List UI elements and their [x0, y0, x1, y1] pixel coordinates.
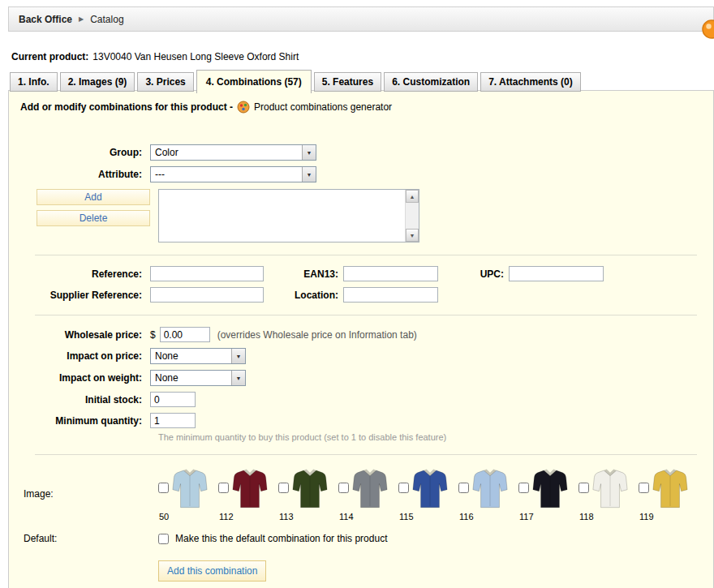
image-option: 50 — [158, 466, 218, 521]
combinations-generator-link[interactable]: Product combinations generator — [254, 101, 392, 113]
default-combination-label: Make this the default combination for th… — [175, 533, 387, 544]
group-select-value: Color — [151, 145, 302, 160]
group-label: Group: — [20, 147, 150, 158]
image-id: 112 — [219, 512, 278, 521]
shirt-thumbnail — [652, 466, 689, 509]
combinations-generator-icon[interactable] — [237, 101, 250, 114]
image-id: 116 — [459, 512, 518, 521]
attributes-listbox[interactable]: ▲ ▼ — [158, 189, 419, 242]
image-option: 116 — [458, 466, 518, 521]
image-checkbox[interactable] — [579, 483, 589, 493]
image-option: 114 — [338, 466, 398, 521]
shirt-thumbnail — [471, 466, 509, 509]
wholesale-price-label: Wholesale price: — [20, 329, 150, 341]
supplier-reference-input[interactable] — [150, 287, 264, 303]
add-combination-button[interactable]: Add this combination — [158, 560, 266, 582]
ean13-input[interactable] — [343, 266, 438, 281]
reference-label: Reference: — [20, 268, 150, 280]
current-product-label: Current product: — [11, 51, 88, 62]
tab-customization[interactable]: 6. Customization — [384, 72, 478, 92]
breadcrumb: Back Office ▶ Catalog — [8, 6, 714, 32]
image-id: 119 — [639, 512, 699, 521]
dropdown-arrow-icon: ▼ — [231, 349, 245, 363]
listbox-scrollbar[interactable]: ▲ ▼ — [405, 190, 419, 242]
upc-label: UPC: — [438, 268, 509, 280]
impact-on-price-label: Impact on price: — [20, 350, 150, 362]
reference-input[interactable] — [150, 266, 264, 281]
tab-info[interactable]: 1. Info. — [10, 72, 58, 92]
delete-button[interactable]: Delete — [37, 210, 150, 226]
initial-stock-label: Initial stock: — [20, 394, 150, 406]
image-checkbox[interactable] — [518, 483, 529, 493]
attribute-select-value: --- — [151, 167, 302, 182]
image-option: 117 — [518, 466, 579, 521]
tab-bar: 1. Info. 2. Images (9) 3. Prices 4. Comb… — [10, 70, 583, 92]
impact-on-weight-label: Impact on weight: — [20, 372, 150, 384]
tab-prices[interactable]: 3. Prices — [137, 72, 193, 92]
image-option: 115 — [398, 466, 458, 521]
image-checkbox[interactable] — [158, 483, 169, 493]
upc-input[interactable] — [509, 266, 604, 281]
image-id: 118 — [579, 512, 639, 521]
dropdown-arrow-icon: ▼ — [302, 145, 316, 160]
breadcrumb-back-office[interactable]: Back Office — [19, 14, 72, 25]
attribute-label: Attribute: — [20, 169, 150, 180]
image-checkbox[interactable] — [218, 483, 229, 493]
image-label: Image: — [20, 488, 158, 500]
shirt-thumbnail — [231, 466, 269, 509]
section-divider — [35, 454, 697, 455]
dropdown-arrow-icon: ▼ — [302, 167, 316, 182]
scroll-down-icon[interactable]: ▼ — [406, 229, 419, 242]
initial-stock-input[interactable] — [150, 392, 196, 407]
image-id: 117 — [519, 512, 579, 521]
group-select[interactable]: Color ▼ — [150, 144, 316, 161]
image-checkbox[interactable] — [398, 483, 409, 493]
location-label: Location: — [264, 290, 343, 301]
panel-header: Add or modify combinations for this prod… — [20, 101, 702, 114]
image-option: 113 — [278, 466, 338, 521]
image-id: 114 — [339, 512, 398, 521]
current-product: Current product:13V0040 Van Heusen Long … — [11, 51, 299, 62]
default-label: Default: — [20, 533, 158, 544]
image-option: 118 — [579, 466, 639, 521]
tab-images[interactable]: 2. Images (9) — [60, 72, 135, 92]
add-button[interactable]: Add — [37, 189, 150, 205]
image-id: 50 — [159, 512, 218, 521]
panel-header-title: Add or modify combinations for this prod… — [20, 101, 233, 113]
tab-attachments[interactable]: 7. Attachments (0) — [480, 72, 581, 92]
impact-on-weight-select[interactable]: None ▼ — [150, 370, 246, 386]
image-checkbox[interactable] — [639, 483, 649, 493]
tab-features[interactable]: 5. Features — [314, 72, 381, 92]
impact-on-price-value: None — [151, 349, 231, 363]
help-icon[interactable] — [701, 19, 714, 40]
shirt-thumbnail — [171, 466, 209, 509]
default-combination-checkbox[interactable] — [158, 534, 169, 544]
image-id: 115 — [399, 512, 458, 521]
tab-combinations[interactable]: 4. Combinations (57) — [196, 70, 312, 93]
section-divider — [35, 255, 697, 255]
minimum-quantity-input[interactable] — [150, 413, 196, 428]
current-product-name: 13V0040 Van Heusen Long Sleeve Oxford Sh… — [92, 51, 299, 62]
image-checkbox[interactable] — [278, 483, 289, 493]
shirt-thumbnail — [351, 466, 389, 509]
location-input[interactable] — [343, 287, 438, 303]
currency-symbol: $ — [150, 329, 156, 341]
shirt-thumbnail — [291, 466, 329, 509]
shirt-thumbnail — [531, 466, 569, 509]
wholesale-price-input[interactable] — [160, 327, 210, 342]
dropdown-arrow-icon: ▼ — [231, 371, 245, 385]
impact-on-weight-value: None — [151, 371, 231, 385]
minimum-quantity-help: The minimum quantity to buy this product… — [158, 432, 702, 442]
image-checkbox[interactable] — [458, 483, 469, 493]
supplier-reference-label: Supplier Reference: — [20, 290, 150, 301]
image-strip: 50 112 — [158, 466, 699, 521]
breadcrumb-catalog[interactable]: Catalog — [90, 14, 123, 25]
minimum-quantity-label: Minimum quantity: — [20, 415, 150, 427]
image-checkbox[interactable] — [338, 483, 349, 493]
image-option: 112 — [218, 466, 278, 521]
attribute-select[interactable]: --- ▼ — [150, 166, 316, 182]
shirt-thumbnail — [591, 466, 629, 509]
scroll-up-icon[interactable]: ▲ — [406, 190, 419, 203]
image-id: 113 — [279, 512, 338, 521]
impact-on-price-select[interactable]: None ▼ — [150, 348, 246, 364]
